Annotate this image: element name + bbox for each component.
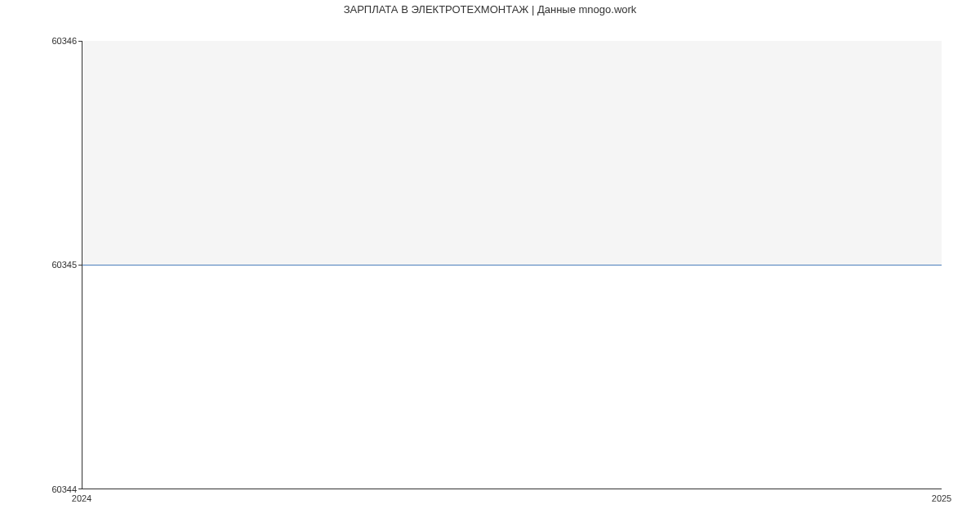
chart-container: ЗАРПЛАТА В ЭЛЕКТРОТЕХМОНТАЖ | Данные mno…	[0, 0, 980, 506]
y-tick-label: 60346	[51, 36, 77, 46]
chart-title: ЗАРПЛАТА В ЭЛЕКТРОТЕХМОНТАЖ | Данные mno…	[0, 3, 980, 16]
y-tick-label: 60345	[51, 260, 77, 270]
plot-area	[82, 41, 942, 489]
plot-band	[82, 41, 942, 265]
x-tick-label: 2025	[932, 493, 951, 503]
x-tick-label: 2024	[72, 493, 91, 503]
series-line	[82, 265, 942, 266]
